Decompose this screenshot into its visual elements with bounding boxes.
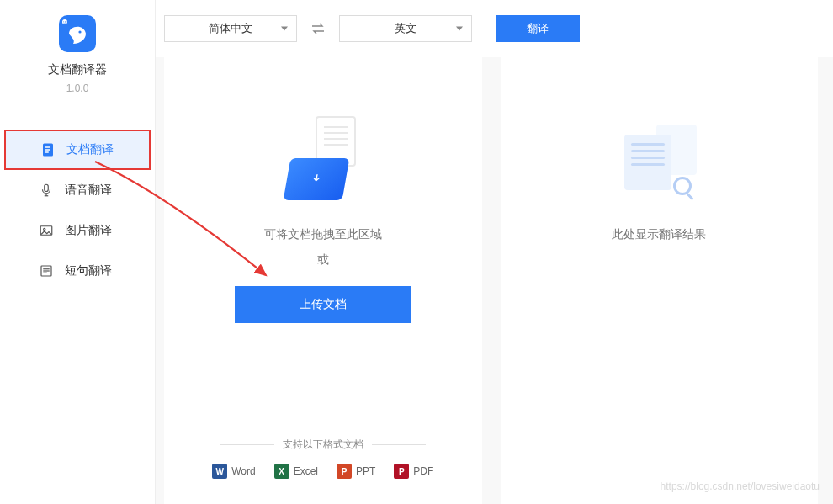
pdf-icon: P [394, 464, 409, 479]
magnifier-icon [673, 177, 692, 195]
chevron-down-icon [456, 27, 463, 31]
nav-label: 语音翻译 [65, 183, 112, 198]
result-placeholder-illustration [621, 125, 697, 200]
nav-list: 文档翻译 语音翻译 图片翻译 短句翻译 [0, 130, 155, 291]
drag-instruction-text: 可将文档拖拽至此区域 [264, 227, 382, 242]
nav-item-document-translate[interactable]: 文档翻译 [4, 130, 151, 170]
nav-item-voice-translate[interactable]: 语音翻译 [4, 170, 151, 210]
format-pdf: P PDF [394, 464, 433, 479]
target-language-selector[interactable]: 英文 [339, 15, 472, 42]
or-text: 或 [317, 252, 329, 268]
document-icon [40, 141, 56, 158]
nav-label: 短句翻译 [65, 263, 112, 279]
upload-panel[interactable]: 可将文档拖拽至此区域 或 上传文档 支持以下格式文档 W Word X Exce… [164, 57, 482, 504]
target-language-label: 英文 [395, 21, 416, 36]
text-lines-icon [38, 263, 55, 279]
main-area: 简体中文 英文 翻译 可将文档拖拽至此区域 或 上传文档 支 [156, 0, 833, 504]
translate-button[interactable]: 翻译 [496, 15, 580, 42]
microphone-icon [38, 182, 55, 199]
format-excel: X Excel [274, 464, 318, 479]
panels: 可将文档拖拽至此区域 或 上传文档 支持以下格式文档 W Word X Exce… [156, 57, 833, 504]
chevron-down-icon [281, 27, 288, 31]
image-icon [38, 222, 55, 239]
sidebar: 译 文档翻译器 1.0.0 文档翻译 语音翻译 图片翻译 [0, 0, 156, 504]
word-icon: W [212, 464, 227, 479]
app-version: 1.0.0 [66, 82, 89, 94]
svg-text:译: 译 [63, 20, 67, 25]
source-language-selector[interactable]: 简体中文 [164, 15, 297, 42]
app-title: 文档翻译器 [48, 62, 107, 77]
upload-document-button[interactable]: 上传文档 [235, 286, 411, 323]
document-upload-illustration [285, 116, 361, 200]
format-word: W Word [212, 464, 255, 479]
format-ppt: P PPT [337, 464, 375, 479]
supported-formats-title: 支持以下格式文档 [164, 438, 482, 452]
nav-item-sentence-translate[interactable]: 短句翻译 [4, 251, 151, 291]
supported-formats-area: 支持以下格式文档 W Word X Excel P PPT [164, 422, 482, 504]
topbar: 简体中文 英文 翻译 [156, 0, 833, 57]
ppt-icon: P [337, 464, 352, 479]
svg-point-11 [44, 228, 45, 230]
result-panel: 此处显示翻译结果 [501, 57, 819, 504]
excel-icon: X [274, 464, 289, 479]
nav-label: 图片翻译 [65, 223, 112, 238]
app-logo: 译 [59, 15, 96, 52]
formats-list: W Word X Excel P PPT P PDF [164, 464, 482, 479]
svg-rect-7 [45, 184, 49, 191]
svg-point-2 [78, 30, 81, 33]
swap-languages-button[interactable] [309, 19, 327, 38]
nav-item-image-translate[interactable]: 图片翻译 [4, 210, 151, 251]
source-language-label: 简体中文 [209, 21, 252, 36]
download-arrow-icon [310, 173, 323, 185]
result-placeholder-text: 此处显示翻译结果 [612, 227, 706, 242]
nav-label: 文档翻译 [66, 142, 114, 157]
